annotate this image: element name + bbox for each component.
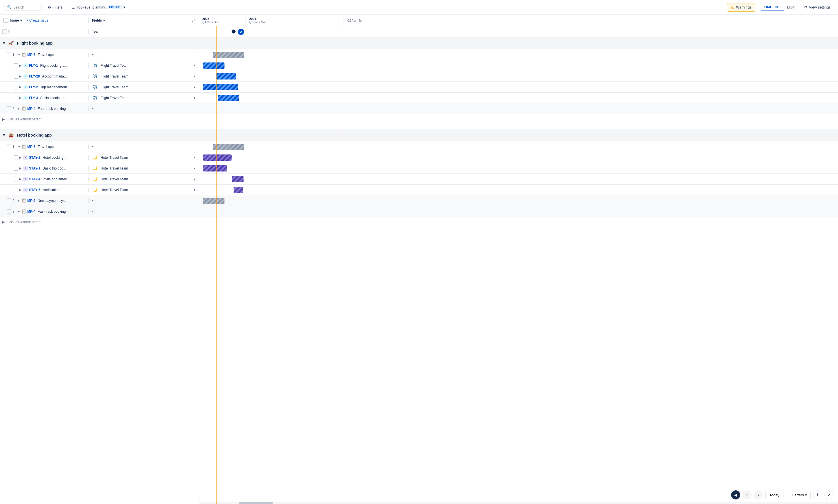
expand-arrow[interactable]: ▶ <box>18 210 20 213</box>
issue-title: Travel app <box>38 53 86 57</box>
chevron-down-icon[interactable]: ▾ <box>92 107 93 110</box>
chevron-down-icon[interactable]: ▾ <box>194 156 195 159</box>
gantt-bar-stay1[interactable] <box>203 165 227 172</box>
col-expand-icon[interactable]: ⇄ <box>192 18 195 23</box>
gantt-bar-mp5-hotel[interactable] <box>213 144 244 150</box>
expand-arrow[interactable]: ▶ <box>19 156 22 159</box>
issue-id[interactable]: MP-2 <box>27 199 36 203</box>
chevron-down-icon[interactable]: ▾ <box>194 188 195 192</box>
issue-id[interactable]: FLY-1 <box>29 64 38 68</box>
gantt-bar-stay2[interactable] <box>203 155 232 161</box>
expand-arrow[interactable]: ▶ <box>19 167 22 170</box>
chevron-down-icon[interactable]: ▾ <box>92 145 93 148</box>
filters-button[interactable]: ⚙ Filters <box>45 4 65 11</box>
expand-arrow[interactable]: ▶ <box>19 64 22 67</box>
row-checkbox[interactable] <box>7 198 11 203</box>
chevron-down-icon[interactable]: ▾ <box>194 86 195 89</box>
tab-list[interactable]: LIST <box>784 4 798 11</box>
orphan-row[interactable]: ▶ 0 issues without parent <box>0 114 199 124</box>
expand-arrow[interactable]: ▶ <box>19 188 22 192</box>
gantt-bar-stay6[interactable] <box>233 187 243 193</box>
row-checkbox[interactable] <box>14 63 18 68</box>
header-checkbox[interactable] <box>2 29 7 34</box>
row-checkbox[interactable] <box>14 85 18 89</box>
section-toggle-hotel[interactable]: ▼ <box>2 133 6 137</box>
issue-id[interactable]: STAY-2 <box>29 156 40 160</box>
row-checkbox[interactable] <box>14 155 18 160</box>
today-button[interactable]: Today <box>765 491 784 499</box>
quarters-button[interactable]: Quarters ▾ <box>786 491 811 499</box>
nav-right-button[interactable]: › <box>754 490 763 500</box>
quarter-2024-q1: 2024 Q1 Jan - Mar <box>246 15 344 26</box>
col-fields-header: Fields ▾ ⇄ <box>89 18 199 23</box>
gantt-bar-mp5-flight[interactable] <box>213 52 244 58</box>
warnings-button[interactable]: ⚠ Warnings <box>727 3 755 12</box>
orphan-toggle[interactable]: ▶ <box>2 220 5 224</box>
nav-left-button[interactable]: ‹ <box>743 490 752 500</box>
chevron-down-icon[interactable]: ▾ <box>194 167 195 170</box>
row-checkbox[interactable] <box>14 166 18 170</box>
chevron-down-icon[interactable]: ▾ <box>92 53 93 56</box>
issue-id[interactable]: MP-4 <box>27 107 36 111</box>
row-checkbox[interactable] <box>14 188 18 192</box>
chevron-down-icon[interactable]: ▾ <box>92 199 93 202</box>
planning-button[interactable]: ☰ Top-level planning EDITED ▾ <box>69 4 128 11</box>
expand-arrow[interactable]: ▼ <box>18 145 20 148</box>
orphan-toggle[interactable]: ▶ <box>2 117 5 121</box>
info-button[interactable]: ℹ <box>813 490 822 500</box>
gantt-scrollbar[interactable] <box>199 502 838 504</box>
select-all-checkbox[interactable] <box>3 18 8 23</box>
chevron-down-icon[interactable]: ▾ <box>194 64 195 67</box>
chevron-down-icon[interactable]: ▾ <box>194 75 195 78</box>
chevron-down-icon[interactable]: ▾ <box>92 210 93 213</box>
issue-id[interactable]: MP-5 <box>27 145 36 149</box>
issue-id[interactable]: STAY-4 <box>29 177 40 181</box>
issue-id[interactable]: STAY-1 <box>29 166 40 170</box>
create-issue-button[interactable]: + Create issue <box>27 18 49 22</box>
gantt-bar-mp2[interactable] <box>203 198 225 204</box>
expand-arrow[interactable]: ▶ <box>19 86 22 89</box>
expand-arrow[interactable]: ▶ <box>19 178 22 181</box>
row-checkbox[interactable] <box>7 145 11 149</box>
team-icon: 🌙 <box>92 165 98 172</box>
expand-arrow[interactable]: ▶ <box>19 96 22 100</box>
row-checkbox[interactable] <box>7 107 11 111</box>
view-settings-button[interactable]: ⚙ View settings <box>801 4 834 11</box>
issue-id[interactable]: MP-4 <box>27 210 36 214</box>
gantt-controls: ◀ ‹ › Today Quarters ▾ ℹ ⤢ <box>731 490 834 500</box>
expand-arrow[interactable]: ▶ <box>18 107 20 110</box>
gantt-bar-fly2[interactable] <box>203 84 238 90</box>
search-box[interactable]: 🔍 <box>4 4 41 11</box>
gantt-bar-stay4[interactable] <box>232 176 244 182</box>
expand-arrow[interactable]: ▶ <box>19 75 22 78</box>
issue-id[interactable]: FLY-2 <box>29 85 38 89</box>
row-checkbox[interactable] <box>14 74 18 79</box>
search-input[interactable] <box>13 5 36 10</box>
section-toggle-flight[interactable]: ▼ <box>2 41 6 45</box>
fullscreen-button[interactable]: ⤢ <box>824 490 834 500</box>
row-checkbox[interactable] <box>14 177 18 181</box>
issue-id[interactable]: FLY-28 <box>29 74 40 78</box>
expand-arrow[interactable]: ▼ <box>18 53 20 56</box>
issue-id[interactable]: FLY-3 <box>29 96 38 100</box>
row-checkbox[interactable] <box>7 53 11 57</box>
row-checkbox[interactable] <box>14 96 18 100</box>
orphan-row[interactable]: ▶ 0 issues without parent <box>0 217 199 227</box>
issue-id[interactable]: MP-5 <box>27 53 36 57</box>
gantt-bar-fly3[interactable] <box>218 95 239 101</box>
row-checkbox[interactable] <box>7 209 11 214</box>
tab-timeline[interactable]: TIMELINE <box>761 4 784 11</box>
prev-button[interactable]: ◀ <box>731 490 740 500</box>
settings-icon: ⚙ <box>804 5 808 10</box>
section-hotel: ▼ 🏨 Hotel booking app <box>0 129 199 141</box>
team-cell: 🌙 Hotel Travel Team <box>92 165 128 172</box>
gantt-bar-fly28[interactable] <box>216 73 236 79</box>
gantt-scrollbar-thumb[interactable] <box>239 502 273 504</box>
chevron-down-icon[interactable]: ▾ <box>194 178 195 181</box>
expand-arrow[interactable]: ▶ <box>18 199 20 202</box>
fields-col-label: Fields <box>92 18 102 22</box>
issue-id[interactable]: STAY-6 <box>29 188 40 192</box>
chevron-down-icon[interactable]: ▾ <box>194 96 195 100</box>
gantt-panel: 2023 Q4 Oct - Dec 2024 Q1 Jan - Mar Q2 A… <box>199 15 838 504</box>
gantt-bar-fly1[interactable] <box>203 62 225 69</box>
